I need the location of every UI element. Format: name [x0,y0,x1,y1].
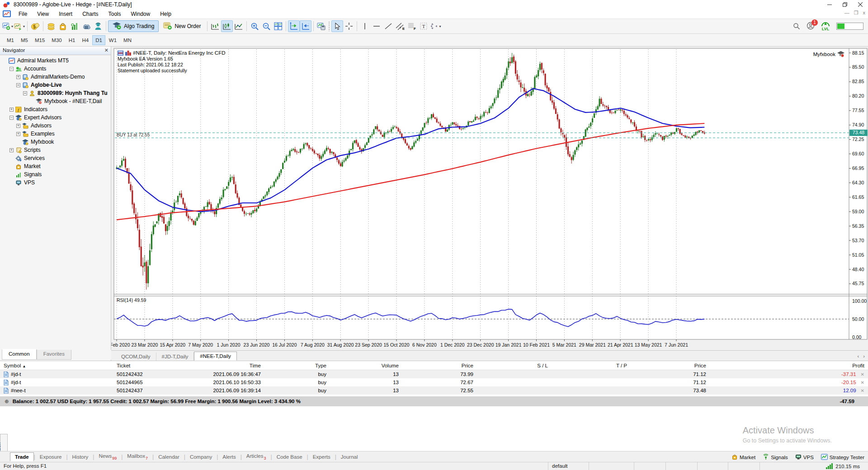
toolbox-tab-exposure[interactable]: Exposure [35,453,66,461]
column-header-symbol[interactable]: Symbol ▲ [0,363,113,368]
tree-expand-toggle[interactable]: + [9,148,14,152]
nav-item-services[interactable]: Services [0,154,111,162]
navigator-tab-common[interactable]: Common [2,349,37,360]
nav-item-vps[interactable]: VPS [0,179,111,187]
toolbox-tab-code-base[interactable]: Code Base [272,453,307,461]
nav-item-scripts[interactable]: +Scripts [0,146,111,154]
chart-tab--jd-t-daily[interactable]: #JD-T,Daily [156,352,194,361]
tree-expand-toggle[interactable]: + [16,132,20,136]
toolbox-tab-articles[interactable]: Articles3 [242,452,271,462]
menu-view[interactable]: View [32,9,54,19]
timeframe-MN[interactable]: MN [120,35,135,45]
tree-expand-toggle[interactable]: − [9,116,14,120]
status-cell-default[interactable]: default [548,462,589,470]
nav-item-admiral-markets-mt5[interactable]: Admiral Markets MT5 [0,56,111,65]
toolbox-tab-mailbox[interactable]: Mailbox7 [123,452,152,462]
toolbox-tab-journal[interactable]: Journal [336,453,363,461]
vertical-line-tool-button[interactable] [359,20,371,32]
menu-help[interactable]: Help [155,9,176,19]
support-icon[interactable] [92,20,104,32]
column-header-sl[interactable]: S / L [477,363,552,368]
nav-item-myfxbook[interactable]: Myfxbook [0,138,111,146]
nav-item-market[interactable]: Market [0,162,111,170]
nav-item-myfxbook-nee-t-dail[interactable]: Myfxbook - #NEE-T,Dail [0,97,111,105]
close-position-icon[interactable]: ✕ [861,372,864,377]
zoom-out-button[interactable] [260,20,272,32]
toolbar-drag-handle[interactable] [328,21,330,31]
toolbox-tab-alerts[interactable]: Alerts [218,453,240,461]
chart-tab-scroll-arrows[interactable]: ‹ › [858,353,866,359]
column-header-price[interactable]: Price [402,363,477,368]
bar-chart-mode-button[interactable] [209,20,221,32]
column-header-time[interactable]: Time [197,363,264,368]
trendline-tool-button[interactable] [382,20,394,32]
notifications-button[interactable]: 1 [807,22,815,31]
timeframe-H4[interactable]: H4 [79,35,92,45]
nav-item-signals[interactable]: Signals [0,170,111,179]
line-chart-mode-button[interactable] [233,20,245,32]
toolbox-tab-experts[interactable]: Experts [308,453,335,461]
cursor-tool-button[interactable] [331,20,343,32]
tree-expand-toggle[interactable]: − [16,83,20,87]
nav-item-indicators[interactable]: +fIndicators [0,105,111,113]
navigator-tab-favorites[interactable]: Favorites [37,350,71,360]
tile-windows-button[interactable] [272,20,284,32]
horizontal-line-tool-button[interactable] [371,20,382,32]
fibonacci-tool-button[interactable]: F [406,20,418,32]
toolbox-tab-company[interactable]: Company [185,453,217,461]
menu-insert[interactable]: Insert [54,9,77,19]
panel-button-signals[interactable]: Signals [763,454,788,461]
nav-item-83000989-huynh-thang-tu[interactable]: −83000989: Huynh Thang Tu [0,89,111,97]
column-header-ticket[interactable]: Ticket [113,363,197,368]
deposit-icon[interactable]: $ [29,20,41,32]
panel-button-strategy-tester[interactable]: Strategy Tester [821,454,864,461]
channel-tool-button[interactable]: E [394,20,406,32]
tree-expand-toggle[interactable]: − [9,67,14,71]
crosshair-tool-button[interactable] [343,20,355,32]
menu-window[interactable]: Window [126,9,156,19]
close-button[interactable] [853,0,868,9]
candle-chart-mode-button[interactable] [221,20,233,32]
chart-tab--nee-t-daily[interactable]: #NEE-T,Daily [194,352,236,361]
nav-item-examples[interactable]: +Examples [0,130,111,138]
column-header-type[interactable]: Type [264,363,330,368]
connection-status[interactable]: 210.15 ms [826,463,860,469]
chart-window[interactable]: 28 Feb 202023 Mar 202015 Apr 20207 May 2… [111,47,868,361]
new-chart-button[interactable]: ▾ [2,20,14,32]
timeframe-H1[interactable]: H1 [66,35,79,45]
nav-item-admiralmarkets-demo[interactable]: +AdmiralMarkets-Demo [0,73,111,81]
nav-item-accounts[interactable]: −Accounts [0,65,111,73]
price-chart[interactable]: 28 Feb 202023 Mar 202015 Apr 20207 May 2… [111,47,868,350]
market-icon[interactable] [57,20,69,32]
toolbox-tab-history[interactable]: History [68,453,93,461]
toolbox-tab-news[interactable]: News99 [94,452,121,462]
column-header-volume[interactable]: Volume [330,363,402,368]
timeframe-M5[interactable]: M5 [18,35,31,45]
tree-expand-toggle[interactable]: − [23,91,27,95]
lvl-icon[interactable]: LVL [821,22,830,31]
trade-row[interactable]: #jd-t 5012449652021.06.10 16:50:33buy 13… [0,378,868,386]
panel-button-vps[interactable]: VPS [795,454,814,461]
funds-icon[interactable] [45,20,57,32]
chart-tab-qcom-daily[interactable]: QCOM,Daily [116,352,156,361]
timeframe-W1[interactable]: W1 [106,35,120,45]
close-position-icon[interactable]: ✕ [861,388,864,393]
profiles-button[interactable]: ▾ [14,20,25,32]
tree-expand-toggle[interactable]: + [16,75,20,79]
nav-item-expert-advisors[interactable]: −Expert Advisors [0,113,111,122]
chart-shift-button[interactable] [300,20,311,32]
text-tool-button[interactable]: T [418,20,429,32]
toolbox-tab-calendar[interactable]: Calendar [154,453,184,461]
menu-charts[interactable]: Charts [77,9,103,19]
toolbox-tab-trade[interactable]: Trade [10,452,34,461]
expand-summary-icon[interactable]: ⊕ [5,398,9,404]
tree-expand-toggle[interactable]: + [9,108,14,112]
nav-item-advisors[interactable]: +Advisors [0,122,111,130]
algo-trading-button[interactable]: Algo Trading [108,20,159,32]
restore-button[interactable] [837,0,853,9]
tree-expand-toggle[interactable]: + [16,124,20,128]
close-position-icon[interactable]: ✕ [861,380,864,385]
child-window-controls[interactable]: ―❐x [844,10,865,16]
nav-item-aglobe-live[interactable]: −Aglobe-Live [0,81,111,89]
trade-row[interactable]: #nee-t 5012424372021.06.09 16:39:14buy 1… [0,386,868,395]
